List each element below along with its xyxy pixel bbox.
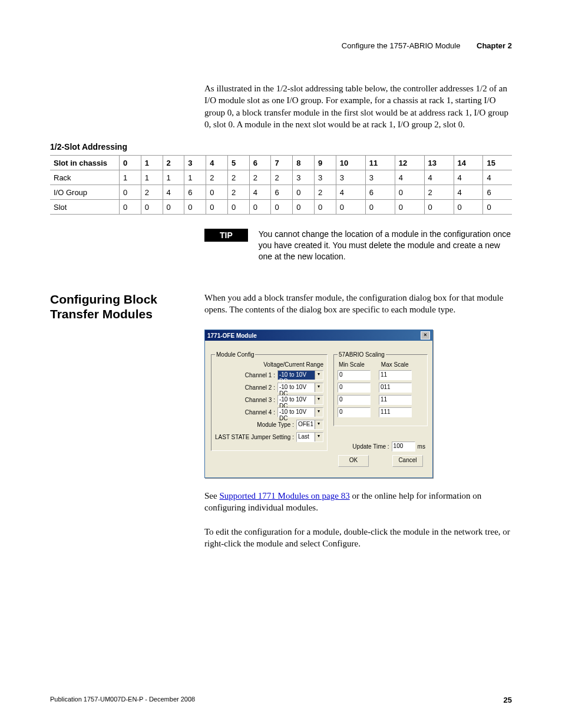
table-header-cell: 4 — [206, 156, 228, 170]
channel-combo[interactable]: -10 to 10V DC▾ — [277, 383, 323, 393]
intro-paragraph: As illustrated in the 1/2-slot addressin… — [204, 83, 512, 130]
channel-combo[interactable]: -10 to 10V DC▾ — [277, 395, 323, 405]
table-header-cell: 13 — [424, 156, 454, 170]
min-scale-input[interactable]: 0 — [338, 395, 371, 405]
dialog-titlebar: 1771-OFE Module × — [205, 330, 432, 341]
max-scale-input[interactable]: 11 — [379, 370, 412, 380]
table-cell: 0 — [315, 200, 336, 215]
module-dialog: 1771-OFE Module × Module Config Voltage/… — [204, 330, 433, 478]
module-config-fieldset: Module Config Voltage/Current Range Chan… — [211, 351, 328, 451]
table-header-cell: 11 — [365, 156, 395, 170]
table-cell: 0 — [395, 200, 424, 215]
module-type-label: Module Type : — [257, 421, 294, 428]
table-row: Rack1111222233334444 — [50, 170, 512, 185]
channel-value: -10 to 10V DC — [278, 371, 315, 380]
table-cell: 0 — [454, 200, 483, 215]
table-cell: 0 — [120, 185, 141, 200]
table-cell: 1 — [141, 170, 163, 185]
table-cell: 0 — [184, 200, 206, 215]
header-chapter: Chapter 2 — [477, 41, 512, 50]
table-cell: 4 — [424, 170, 454, 185]
table-header-cell: Slot in chassis — [50, 156, 120, 170]
table-cell: 0 — [249, 200, 271, 215]
last-state-label: LAST STATE Jumper Setting : — [215, 434, 294, 440]
channel-label: Channel 3 : — [245, 397, 275, 403]
table-cell: 2 — [249, 170, 271, 185]
ok-button[interactable]: OK — [338, 455, 369, 467]
table-cell: 4 — [395, 170, 424, 185]
table-cell: 0 — [293, 185, 315, 200]
table-cell: 0 — [120, 200, 141, 215]
page-header: Configure the 1757-ABRIO Module Chapter … — [50, 41, 512, 50]
table-cell: 2 — [271, 170, 293, 185]
dialog-title: 1771-OFE Module — [207, 332, 257, 339]
channel-combo[interactable]: -10 to 10V DC▾ — [277, 370, 323, 380]
min-scale-input[interactable]: 0 — [338, 370, 371, 380]
page-number: 25 — [504, 696, 512, 704]
min-scale-input[interactable]: 0 — [338, 407, 371, 417]
chevron-down-icon[interactable]: ▾ — [315, 408, 323, 417]
table-cell: 3 — [365, 170, 395, 185]
section-body: When you add a block transfer module, th… — [204, 292, 512, 316]
module-config-legend: Module Config — [215, 351, 255, 358]
table-cell: 0 — [424, 200, 454, 215]
chevron-down-icon[interactable]: ▾ — [315, 396, 323, 404]
close-icon[interactable]: × — [421, 331, 430, 340]
last-state-value: Last — [297, 433, 315, 442]
table-header-cell: 15 — [483, 156, 512, 170]
section-heading: Configuring Block Transfer Modules — [50, 292, 191, 321]
table-cell: 3 — [336, 170, 365, 185]
table-cell: 2 — [424, 185, 454, 200]
table-cell: 0 — [271, 200, 293, 215]
table-cell: 4 — [454, 170, 483, 185]
table-cell: 3 — [293, 170, 315, 185]
supported-modules-link[interactable]: Supported 1771 Modules on page 83 — [219, 491, 349, 500]
table-cell: 0 — [206, 185, 228, 200]
channel-combo[interactable]: -10 to 10V DC▾ — [277, 407, 323, 417]
table-header-cell: 1 — [141, 156, 163, 170]
channel-value: -10 to 10V DC — [278, 408, 315, 417]
table-header-cell: 12 — [395, 156, 424, 170]
min-scale-input[interactable]: 0 — [338, 383, 371, 393]
max-scale-input[interactable]: 111 — [379, 407, 412, 417]
max-scale-input[interactable]: 11 — [379, 395, 412, 405]
table-cell: 0 — [206, 200, 228, 215]
table-cell: 2 — [141, 185, 163, 200]
update-time-input[interactable]: 100 — [392, 442, 415, 452]
channel-label: Channel 4 : — [245, 409, 275, 416]
after-dialog-1a: See — [204, 491, 219, 500]
cancel-button[interactable]: Cancel — [392, 455, 423, 467]
chevron-down-icon[interactable]: ▾ — [315, 420, 323, 429]
table-header-cell: 9 — [315, 156, 336, 170]
voltage-header: Voltage/Current Range — [215, 361, 323, 368]
table-cell: 2 — [315, 185, 336, 200]
tip-badge: TIP — [204, 229, 248, 242]
table-header-cell: 2 — [163, 156, 184, 170]
max-scale-input[interactable]: 011 — [379, 383, 412, 393]
table-cell: I/O Group — [50, 185, 120, 200]
table-cell: 1 — [163, 170, 184, 185]
min-scale-label: Min Scale — [339, 361, 365, 368]
last-state-combo[interactable]: Last ▾ — [296, 432, 323, 442]
tip-text: You cannot change the location of a modu… — [259, 229, 512, 262]
table-cell: 0 — [365, 200, 395, 215]
update-time-unit: ms — [418, 443, 425, 450]
tip-row: TIP You cannot change the location of a … — [204, 229, 512, 262]
table-row: I/O Group0246024602460246 — [50, 185, 512, 200]
table-cell: 0 — [141, 200, 163, 215]
table-cell: 4 — [336, 185, 365, 200]
after-dialog-p2: To edit the configuration for a module, … — [204, 526, 512, 550]
header-title: Configure the 1757-ABRIO Module — [342, 41, 461, 50]
chevron-down-icon[interactable]: ▾ — [315, 433, 323, 442]
update-time-label: Update Time : — [352, 443, 389, 450]
module-type-combo[interactable]: OFE1 ▾ — [296, 420, 323, 430]
chevron-down-icon[interactable]: ▾ — [315, 371, 323, 380]
table-cell: 4 — [454, 185, 483, 200]
table-cell: 4 — [163, 185, 184, 200]
channel-label: Channel 1 : — [245, 372, 275, 378]
table-cell: 2 — [227, 185, 249, 200]
chevron-down-icon[interactable]: ▾ — [315, 383, 323, 392]
table-cell: 6 — [483, 185, 512, 200]
table-header-cell: 14 — [454, 156, 483, 170]
table-cell: 1 — [184, 170, 206, 185]
